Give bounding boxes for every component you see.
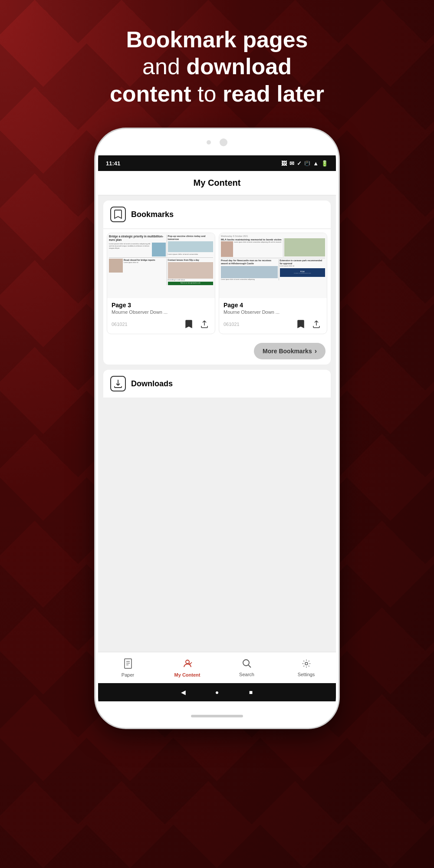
page-headline: Bookmark pages and download content to r… <box>84 0 350 125</box>
status-icons: 🖼 ✉ ✓ 📳 ▲ 🔋 <box>281 160 328 167</box>
photo-icon: 🖼 <box>281 160 287 167</box>
card-2-share-btn[interactable] <box>310 318 322 330</box>
search-icon <box>242 659 252 670</box>
nav-paper[interactable]: Paper <box>98 652 158 683</box>
card-1-date: 061021 <box>112 322 128 327</box>
my-content-icon <box>182 658 193 671</box>
svg-point-4 <box>186 660 189 664</box>
card-2-date: 061021 <box>224 322 240 327</box>
card-1-share-btn[interactable] <box>198 318 210 330</box>
front-camera <box>207 140 211 145</box>
phone-frame: 11:41 🖼 ✉ ✓ 📳 ▲ 🔋 My Content <box>95 129 339 728</box>
headline-line1: Bookmark pages <box>126 27 308 52</box>
headline-line2-bold: download <box>186 54 292 79</box>
paper-icon <box>123 658 133 671</box>
android-back-btn[interactable]: ◀ <box>179 688 187 696</box>
bookmarks-section-header: Bookmarks <box>103 201 331 228</box>
android-nav-bar: ◀ ● ■ <box>98 683 336 701</box>
more-bookmarks-label: More Bookmarks <box>263 348 312 355</box>
card-1-bookmark-btn[interactable] <box>183 318 195 330</box>
wifi-icon: ▲ <box>313 160 319 167</box>
headline-line2-normal: and <box>142 54 186 79</box>
card-1-page: Page 3 <box>112 302 210 309</box>
card-2-footer: 061021 <box>224 318 322 330</box>
nav-my-content-label: My Content <box>174 672 201 677</box>
power-button <box>338 240 339 270</box>
battery-icon: 🔋 <box>321 160 328 167</box>
app-content: My Content Bookmarks <box>98 171 336 701</box>
headline-line3-bold: content <box>110 81 191 106</box>
downloads-section-header: Downloads <box>103 370 331 398</box>
earpiece <box>220 138 227 146</box>
volume-button <box>95 218 96 240</box>
recent-icon: ■ <box>249 689 253 696</box>
back-icon: ◀ <box>181 689 186 696</box>
android-recent-btn[interactable]: ■ <box>247 688 255 696</box>
headline-line3-bold2: read later <box>223 81 324 106</box>
chevron-right-icon: › <box>315 347 317 355</box>
vibrate-icon: 📳 <box>304 161 310 166</box>
card-2-info: Page 4 Mourne Observer Down ... 061021 <box>219 298 327 334</box>
phone-screen: 11:41 🖼 ✉ ✓ 📳 ▲ 🔋 My Content <box>98 155 336 701</box>
card-1-thumbnail: Bridge a strategic priority in multibill… <box>107 233 215 298</box>
status-time: 11:41 <box>106 160 120 167</box>
newspaper-page-4: Wednesday 6 October 2021 MLA backs maint… <box>219 233 327 298</box>
card-1-source: Mourne Observer Down ... <box>112 309 210 315</box>
home-icon: ● <box>215 689 219 696</box>
bookmarks-title: Bookmarks <box>131 210 174 219</box>
email-icon: ✉ <box>289 160 294 167</box>
more-bookmarks-button[interactable]: More Bookmarks › <box>254 343 326 359</box>
card-2-bookmark-btn[interactable] <box>295 318 307 330</box>
bookmark-card-1[interactable]: Bridge a strategic priority in multibill… <box>107 233 215 334</box>
settings-icon <box>302 659 311 670</box>
svg-rect-0 <box>125 659 132 668</box>
nav-search-label: Search <box>239 672 254 677</box>
phone-sensors <box>207 138 227 146</box>
nav-settings-label: Settings <box>298 672 315 677</box>
bookmark-card-2[interactable]: Wednesday 6 October 2021 MLA backs maint… <box>219 233 327 334</box>
app-title: My Content <box>194 178 241 187</box>
newspaper-page-3: Bridge a strategic priority in multibill… <box>107 233 215 298</box>
download-section-icon <box>110 376 126 391</box>
check-icon: ✓ <box>297 160 302 167</box>
svg-line-6 <box>248 665 251 667</box>
page-wrapper: Bookmark pages and download content to r… <box>0 0 434 868</box>
card-1-info: Page 3 Mourne Observer Down ... 061021 <box>107 298 215 334</box>
app-scroll-area[interactable]: Bookmarks Bridge a strategic priority in… <box>98 195 336 652</box>
card-2-page: Page 4 <box>224 302 322 309</box>
android-home-btn[interactable]: ● <box>213 688 221 696</box>
downloads-section: Downloads <box>103 370 331 398</box>
card-2-thumbnail: Wednesday 6 October 2021 MLA backs maint… <box>219 233 327 298</box>
bottom-navigation: Paper My Content <box>98 652 336 683</box>
bookmarks-cards-grid: Bridge a strategic priority in multibill… <box>103 229 331 338</box>
nav-paper-label: Paper <box>122 672 134 677</box>
nav-search[interactable]: Search <box>217 652 276 683</box>
app-header: My Content <box>98 171 336 195</box>
svg-point-7 <box>305 662 308 665</box>
card-2-source: Mourne Observer Down ... <box>224 309 322 315</box>
bookmark-section-icon <box>110 207 126 222</box>
card-1-footer: 061021 <box>112 318 210 330</box>
card-2-actions <box>295 318 322 330</box>
status-bar: 11:41 🖼 ✉ ✓ 📳 ▲ 🔋 <box>98 155 336 171</box>
card-1-actions <box>183 318 210 330</box>
nav-my-content[interactable]: My Content <box>158 652 217 683</box>
more-bookmarks-wrapper: More Bookmarks › <box>103 338 331 365</box>
downloads-title: Downloads <box>131 379 173 388</box>
svg-point-5 <box>243 660 249 666</box>
nav-settings[interactable]: Settings <box>276 652 336 683</box>
phone-home-bar <box>191 715 243 717</box>
headline-line3-normal: to <box>191 81 223 106</box>
